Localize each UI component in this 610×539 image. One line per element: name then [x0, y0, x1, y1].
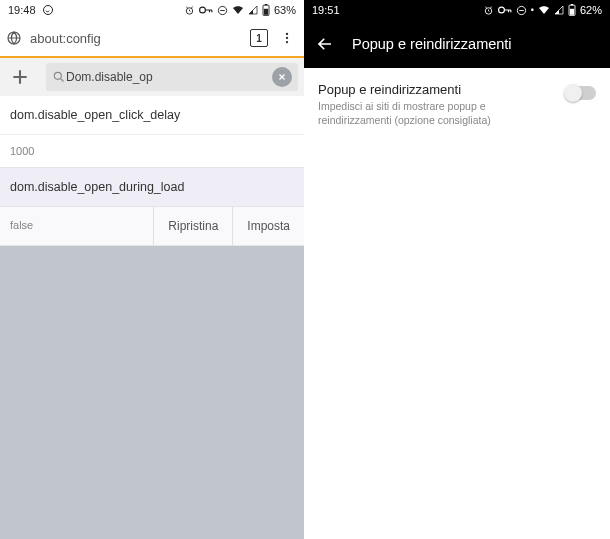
- status-time: 19:51: [312, 4, 340, 16]
- setting-row[interactable]: Popup e reindirizzamenti Impedisci ai si…: [304, 68, 610, 141]
- svg-point-9: [286, 37, 288, 39]
- battery-icon: [262, 4, 270, 16]
- status-battery-pct: 63%: [274, 4, 296, 16]
- alarm-icon: [483, 5, 494, 16]
- tool-row: [0, 56, 304, 96]
- setting-desc: Impedisci ai siti di mostrare popup e re…: [318, 100, 556, 127]
- back-icon[interactable]: [316, 35, 334, 53]
- pref-actions: false Ripristina Imposta: [0, 206, 304, 245]
- status-bar-right: 19:51 • 62%: [304, 0, 610, 20]
- tab-count-button[interactable]: 1: [250, 29, 268, 47]
- vpn-icon: [498, 5, 512, 15]
- dnd-icon: [516, 5, 527, 16]
- pref-value: 1000: [0, 134, 304, 167]
- svg-point-10: [286, 41, 288, 43]
- signal-icon: [554, 5, 564, 15]
- phone-right: 19:51 • 62% Popup e reindirizzamenti Pop…: [304, 0, 610, 539]
- alarm-icon: [184, 5, 195, 16]
- set-button[interactable]: Imposta: [232, 207, 304, 245]
- svg-point-13: [498, 7, 504, 13]
- svg-rect-17: [570, 9, 574, 15]
- reset-button[interactable]: Ripristina: [153, 207, 232, 245]
- status-time: 19:48: [8, 4, 36, 16]
- phone-left: 19:48 63% about:config 1: [0, 0, 304, 539]
- vpn-icon: [199, 5, 213, 15]
- dnd-icon: [217, 5, 228, 16]
- wifi-icon: [232, 5, 244, 15]
- clear-search-button[interactable]: [272, 67, 292, 87]
- toggle-switch[interactable]: [566, 86, 596, 100]
- battery-icon: [568, 4, 576, 16]
- pref-name: dom.disable_open_during_load: [0, 168, 304, 206]
- menu-icon[interactable]: [276, 31, 298, 45]
- svg-rect-5: [265, 4, 267, 5]
- svg-rect-6: [264, 9, 268, 15]
- url-text[interactable]: about:config: [30, 31, 242, 46]
- svg-point-8: [286, 33, 288, 35]
- status-bar-left: 19:48 63%: [0, 0, 304, 20]
- setting-title: Popup e reindirizzamenti: [318, 82, 556, 97]
- search-input[interactable]: [66, 70, 272, 84]
- whatsapp-icon: [42, 4, 54, 16]
- add-pref-button[interactable]: [0, 67, 40, 87]
- pref-value: false: [0, 207, 153, 245]
- svg-point-0: [43, 6, 52, 15]
- pref-name: dom.disable_open_click_delay: [0, 96, 304, 134]
- wifi-icon: [538, 5, 550, 15]
- signal-icon: [248, 5, 258, 15]
- url-bar: about:config 1: [0, 20, 304, 56]
- status-battery-pct: 62%: [580, 4, 602, 16]
- svg-point-11: [54, 72, 61, 79]
- pref-item[interactable]: dom.disable_open_click_delay 1000: [0, 96, 304, 168]
- search-wrap: [46, 63, 298, 91]
- globe-icon: [6, 30, 22, 46]
- search-icon: [52, 70, 66, 84]
- svg-point-2: [200, 7, 206, 13]
- settings-header: Popup e reindirizzamenti: [304, 20, 610, 68]
- svg-rect-16: [571, 4, 573, 5]
- pref-item-selected[interactable]: dom.disable_open_during_load false Ripri…: [0, 168, 304, 246]
- header-title: Popup e reindirizzamenti: [352, 36, 512, 52]
